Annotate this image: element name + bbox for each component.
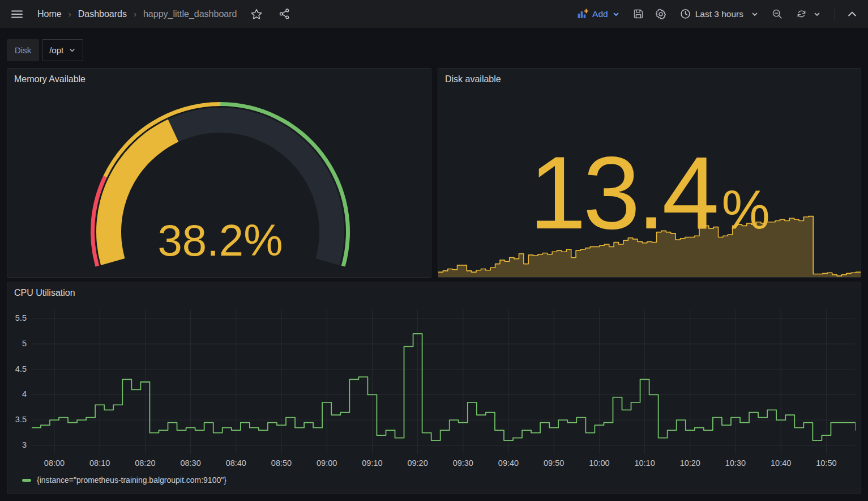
y-tick-label: 4.5 bbox=[7, 364, 27, 373]
legend-series-label: {instance="prometheus-training.balgroupi… bbox=[37, 475, 226, 485]
x-tick-label: 09:10 bbox=[354, 458, 390, 468]
x-tick-label: 10:30 bbox=[717, 458, 754, 468]
share-icon bbox=[279, 8, 290, 20]
refresh-icon bbox=[796, 8, 807, 20]
x-tick-label: 08:00 bbox=[36, 458, 72, 468]
panel-cpu-utilisation: CPU Utilisation 5.554.543.53 08:0008:100… bbox=[7, 282, 861, 494]
breadcrumb-dashboards[interactable]: Dashboards bbox=[78, 9, 127, 19]
stat-unit: % bbox=[721, 182, 769, 237]
breadcrumb-separator: › bbox=[134, 9, 136, 19]
add-label: Add bbox=[592, 9, 608, 19]
chevron-down-icon bbox=[69, 46, 76, 54]
memory-gauge: 38.2% bbox=[7, 69, 431, 277]
kiosk-mode-button[interactable] bbox=[844, 6, 860, 22]
dashboard-settings-button[interactable] bbox=[652, 6, 669, 23]
x-tick-label: 10:50 bbox=[808, 458, 844, 468]
cpu-legend-item[interactable]: {instance="prometheus-training.balgroupi… bbox=[22, 475, 226, 485]
legend-series-swatch bbox=[22, 479, 31, 482]
share-dashboard-button[interactable] bbox=[276, 6, 293, 22]
time-range-picker[interactable]: Last 3 hours bbox=[675, 5, 763, 23]
save-icon bbox=[632, 8, 644, 20]
menu-toggle-button[interactable] bbox=[8, 5, 26, 23]
x-tick-label: 10:00 bbox=[581, 458, 617, 468]
panel-memory-available: Memory Available 38.2% bbox=[7, 68, 431, 278]
y-tick-label: 5 bbox=[7, 339, 27, 348]
x-tick-label: 09:00 bbox=[309, 458, 345, 468]
add-panel-button[interactable]: Add bbox=[572, 5, 625, 23]
caret-up-icon bbox=[846, 9, 858, 20]
x-tick-label: 08:40 bbox=[218, 458, 254, 468]
zoom-out-icon bbox=[771, 8, 783, 20]
panel-disk-available: Disk available 13.4 % bbox=[438, 68, 861, 278]
add-chart-icon bbox=[577, 9, 588, 20]
x-tick-label: 08:20 bbox=[127, 458, 163, 468]
y-tick-label: 4 bbox=[7, 389, 27, 398]
chevron-down-icon bbox=[751, 10, 759, 18]
refresh-interval-chevron-icon bbox=[813, 10, 821, 18]
x-tick-label: 10:20 bbox=[672, 458, 708, 468]
x-tick-label: 08:10 bbox=[82, 458, 118, 468]
x-tick-label: 09:50 bbox=[536, 458, 572, 468]
star-icon bbox=[250, 8, 263, 20]
svg-text:38.2%: 38.2% bbox=[157, 215, 283, 265]
favorite-star-button[interactable] bbox=[248, 6, 265, 23]
save-dashboard-button[interactable] bbox=[630, 6, 647, 22]
breadcrumb-separator: › bbox=[69, 9, 71, 19]
variable-selected-value: /opt bbox=[49, 45, 63, 55]
hamburger-icon bbox=[10, 7, 24, 21]
breadcrumb-dashboard-name[interactable]: happy_little_dashboard bbox=[143, 9, 237, 19]
chevron-down-icon bbox=[612, 10, 620, 18]
breadcrumb: Home › Dashboards › happy_little_dashboa… bbox=[37, 9, 237, 19]
x-tick-label: 10:40 bbox=[763, 458, 799, 468]
x-tick-label: 09:20 bbox=[400, 458, 436, 468]
x-tick-label: 08:50 bbox=[263, 458, 300, 468]
panel-title[interactable]: Disk available bbox=[445, 74, 501, 84]
zoom-out-time-button[interactable] bbox=[769, 6, 785, 22]
x-tick-label: 08:30 bbox=[173, 458, 209, 468]
cpu-plot-area bbox=[32, 309, 856, 454]
gear-icon bbox=[655, 8, 667, 20]
breadcrumb-home[interactable]: Home bbox=[37, 9, 62, 19]
dashboard-variables-row: Disk /opt bbox=[7, 39, 83, 61]
cpu-timeseries bbox=[32, 309, 856, 454]
panel-title[interactable]: CPU Utilisation bbox=[14, 288, 75, 298]
variable-label-disk: Disk bbox=[7, 39, 39, 61]
x-tick-label: 09:30 bbox=[445, 458, 481, 468]
stat-number: 13.4 bbox=[529, 141, 716, 244]
x-tick-label: 09:40 bbox=[490, 458, 527, 468]
x-tick-label: 10:10 bbox=[627, 458, 663, 468]
refresh-button-group[interactable] bbox=[791, 5, 826, 23]
panel-title[interactable]: Memory Available bbox=[14, 74, 85, 84]
disk-available-value: 13.4 % bbox=[438, 141, 861, 244]
y-tick-label: 3 bbox=[7, 440, 27, 449]
y-tick-label: 5.5 bbox=[7, 313, 27, 322]
time-range-label: Last 3 hours bbox=[695, 9, 743, 19]
y-tick-label: 3.5 bbox=[7, 415, 27, 424]
clock-icon bbox=[679, 8, 691, 20]
variable-value-dropdown[interactable]: /opt bbox=[42, 39, 83, 61]
navbar-divider bbox=[835, 7, 835, 22]
navbar: Home › Dashboards › happy_little_dashboa… bbox=[0, 0, 868, 28]
